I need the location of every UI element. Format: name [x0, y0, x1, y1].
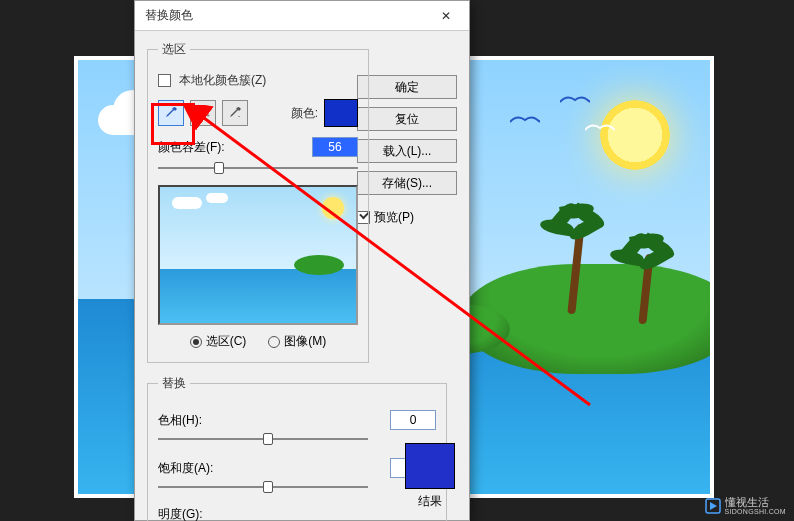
- sun: [600, 100, 670, 170]
- palm-tree: [572, 224, 580, 314]
- dialog-title: 替换颜色: [145, 7, 193, 24]
- saturation-slider[interactable]: [158, 478, 368, 496]
- eyedropper-plus-icon: +: [196, 106, 210, 120]
- close-button[interactable]: ✕: [423, 1, 469, 31]
- bird: [560, 90, 590, 100]
- eyedropper-minus-icon: -: [228, 106, 242, 120]
- eyedropper-icon: [164, 106, 178, 120]
- bird: [585, 118, 615, 128]
- hue-input[interactable]: 0: [390, 410, 436, 430]
- selection-legend: 选区: [158, 41, 190, 58]
- save-button[interactable]: 存储(S)...: [357, 171, 457, 195]
- selection-group: 选区 本地化颜色簇(Z) + -: [147, 41, 369, 363]
- svg-text:-: -: [238, 112, 241, 119]
- reset-button[interactable]: 复位: [357, 107, 457, 131]
- radio-image-dot[interactable]: [268, 336, 280, 348]
- bird: [510, 110, 540, 120]
- eyedropper-subtract-button[interactable]: -: [222, 100, 248, 126]
- localized-label: 本地化颜色簇(Z): [179, 72, 266, 89]
- ok-button[interactable]: 确定: [357, 75, 457, 99]
- saturation-row: 饱和度(A): 0: [158, 458, 436, 478]
- fuzziness-slider[interactable]: [158, 159, 358, 177]
- hue-row: 色相(H): 0: [158, 410, 436, 430]
- fuzziness-input[interactable]: 56: [312, 137, 358, 157]
- hue-label: 色相(H):: [158, 412, 230, 429]
- result-color-swatch[interactable]: [405, 443, 455, 489]
- watermark-text: 懂视生活: [725, 497, 786, 508]
- replace-legend: 替换: [158, 375, 190, 392]
- radio-selection[interactable]: 选区(C): [190, 333, 247, 350]
- result-block: 结果: [405, 443, 455, 510]
- eyedropper-button[interactable]: [158, 100, 184, 126]
- preview-checkbox-row[interactable]: 预览(P): [357, 209, 457, 226]
- fuzziness-label: 颜色容差(F):: [158, 139, 225, 156]
- palm-tree: [642, 254, 650, 324]
- watermark-logo-icon: [705, 498, 721, 514]
- replace-group: 替换 色相(H): 0 饱和度(A): 0: [147, 375, 447, 521]
- watermark-sub: SIDONGSHI.COM: [725, 508, 786, 515]
- replace-color-dialog: 替换颜色 ✕ 确定 复位 载入(L)... 存储(S)... 预览(P) 选区: [134, 0, 470, 521]
- result-label: 结果: [405, 493, 455, 510]
- preview-mode-radios: 选区(C) 图像(M): [158, 333, 358, 350]
- radio-image[interactable]: 图像(M): [268, 333, 326, 350]
- lightness-row: 明度(G):: [158, 506, 436, 521]
- fuzziness-row: 颜色容差(F): 56: [158, 137, 358, 157]
- color-label: 颜色:: [291, 105, 318, 122]
- load-button[interactable]: 载入(L)...: [357, 139, 457, 163]
- selection-preview: [158, 185, 358, 325]
- close-icon: ✕: [441, 9, 451, 23]
- saturation-label: 饱和度(A):: [158, 460, 230, 477]
- eyedropper-add-button[interactable]: +: [190, 100, 216, 126]
- titlebar[interactable]: 替换颜色 ✕: [135, 1, 469, 31]
- hue-slider[interactable]: [158, 430, 368, 448]
- localized-checkbox[interactable]: [158, 74, 171, 87]
- preview-label: 预览(P): [374, 209, 414, 226]
- radio-selection-dot[interactable]: [190, 336, 202, 348]
- localized-row[interactable]: 本地化颜色簇(Z): [158, 72, 358, 89]
- lightness-label: 明度(G):: [158, 506, 230, 521]
- dialog-buttons: 确定 复位 载入(L)... 存储(S)... 预览(P): [357, 75, 457, 226]
- svg-text:+: +: [206, 112, 210, 119]
- sampled-color-swatch[interactable]: [324, 99, 358, 127]
- watermark: 懂视生活 SIDONGSHI.COM: [705, 497, 786, 515]
